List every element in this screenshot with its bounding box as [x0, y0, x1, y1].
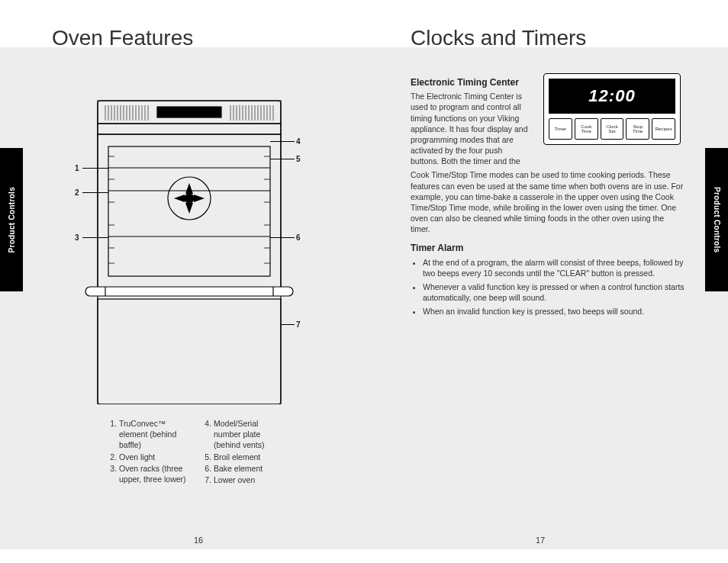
side-tab-left-label: Product Controls — [8, 187, 16, 253]
etc-intro-col: The Electronic Timing Center is used to … — [411, 91, 533, 166]
callout-2: 2 — [75, 188, 79, 197]
callout-7: 7 — [296, 320, 301, 329]
timing-center-panel: 12:00 Timer Cook Time Clock Set Stop Tim… — [543, 73, 681, 145]
panel-btn-recipes: Recipes — [652, 118, 675, 140]
etc-section: 12:00 Timer Cook Time Clock Set Stop Tim… — [411, 76, 685, 166]
callout-4-line — [270, 141, 295, 142]
panel-display: 12:00 — [549, 79, 675, 114]
callout-6: 6 — [296, 233, 301, 242]
left-page: 1 2 3 4 5 6 7 — [52, 76, 327, 404]
page-number-left: 16 — [194, 536, 203, 545]
etc-intro-rest: Cook Time/Stop Time modes can be used to… — [411, 169, 685, 234]
oven-svg — [75, 76, 304, 404]
panel-btn-cooktime: Cook Time — [575, 118, 598, 140]
callout-6-line — [270, 237, 295, 238]
diagram-legend: TruConvec™ element (behind baffle) Oven … — [107, 418, 321, 486]
legend-item-6: Bake element — [214, 463, 285, 474]
callout-3: 3 — [75, 233, 79, 242]
timer-bullet-1: At the end of a program, the alarm will … — [423, 257, 685, 278]
timer-bullet-2: Whenever a valid function key is pressed… — [423, 282, 685, 303]
page-title-right: Clocks and Timers — [411, 26, 586, 50]
legend-item-3: Oven racks (three upper, three lower) — [119, 463, 191, 484]
callout-5: 5 — [296, 155, 301, 163]
panel-button-row: Timer Cook Time Clock Set Stop Time Reci… — [549, 118, 675, 140]
panel-btn-clockset: Clock Set — [601, 118, 624, 140]
svg-rect-53 — [85, 287, 293, 296]
timer-alarm-heading: Timer Alarm — [411, 242, 685, 254]
callout-5-line — [270, 159, 295, 159]
callout-4: 4 — [296, 137, 301, 146]
callout-1-line — [82, 168, 108, 169]
page-number-right: 17 — [536, 536, 545, 545]
svg-rect-2 — [157, 107, 221, 117]
panel-btn-timer: Timer — [549, 118, 572, 140]
oven-diagram: 1 2 3 4 5 6 7 — [75, 76, 304, 404]
svg-point-52 — [185, 194, 194, 203]
timer-alarm-list: At the end of a program, the alarm will … — [411, 257, 685, 317]
timer-bullet-3: When an invalid function key is pressed,… — [423, 306, 685, 317]
side-tab-right: Product Controls — [705, 148, 728, 291]
callout-1: 1 — [75, 164, 79, 172]
legend-item-7: Lower oven — [214, 475, 285, 485]
right-page: 12:00 Timer Cook Time Clock Set Stop Tim… — [411, 76, 685, 320]
callout-7-line — [281, 324, 295, 325]
legend-item-2: Oven light — [119, 452, 191, 462]
callout-2-line — [82, 192, 108, 193]
svg-rect-33 — [98, 124, 281, 134]
page-title-left: Oven Features — [52, 26, 193, 50]
callout-3-line — [82, 237, 108, 238]
side-tab-left: Product Controls — [0, 148, 23, 291]
legend-item-5: Broil element — [214, 452, 285, 462]
svg-rect-56 — [98, 299, 281, 404]
legend-item-1: TruConvec™ element (behind baffle) — [119, 418, 191, 451]
panel-btn-stoptime: Stop Time — [626, 118, 649, 140]
side-tab-right-label: Product Controls — [713, 187, 721, 253]
legend-item-4: Model/Serial number plate (behind vents) — [214, 418, 285, 451]
